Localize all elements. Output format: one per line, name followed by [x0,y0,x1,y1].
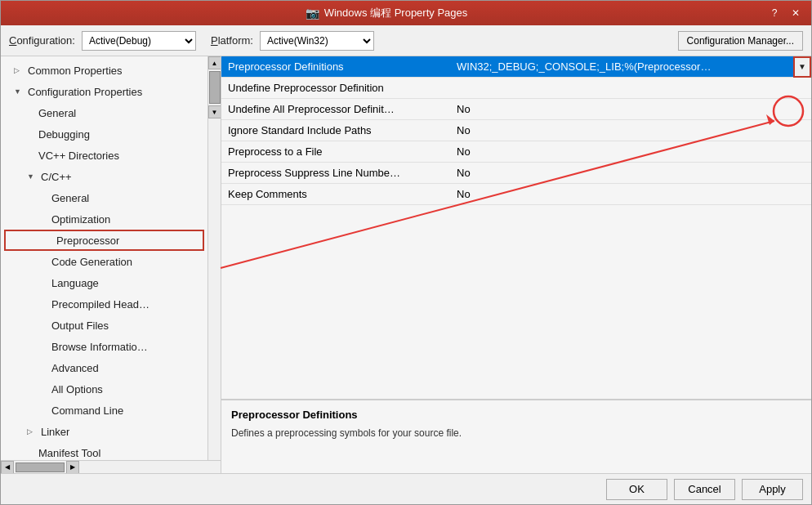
scroll-thumb[interactable] [209,71,221,104]
tree-label-debugging: Debugging [38,128,90,141]
prop-name: Preprocess to a File [221,145,450,158]
tree-item-cpp-general[interactable]: General [1,187,207,208]
config-manager-button[interactable]: Configuration Manager... [678,31,803,51]
info-description: Defines a preprocessing symbols for your… [231,426,801,440]
platform-label-underline: P [211,34,218,47]
tree-label-browse-info: Browse Informatio… [51,341,148,353]
tree-label-manifest-tool: Manifest Tool [38,447,100,459]
expand-icon-cpp[interactable]: ▼ [27,172,38,181]
help-button[interactable]: ? [765,4,783,22]
tree-label-all-options: All Options [51,383,103,396]
prop-value-text: No [450,188,811,200]
config-label-underline: C [9,34,16,47]
camera-icon: 📷 [306,7,319,20]
cancel-button[interactable]: Cancel [674,479,735,500]
right-panel: Preprocessor Definitions WIN32;_DEBUG;_C… [221,56,811,473]
tree-item-cmd-line[interactable]: Command Line [1,400,207,421]
tree-label-cpp: C/C++ [41,171,72,183]
tree-item-output-files[interactable]: Output Files [1,315,207,336]
prop-name: Undefine All Preprocessor Definit… [221,103,450,115]
scroll-up-btn[interactable]: ▲ [208,56,221,69]
prop-name: Ignore Standard Include Paths [221,124,450,136]
tree-item-config-props[interactable]: ▼Configuration Properties [1,81,207,102]
platform-select[interactable]: Active(Win32) [260,31,374,51]
properties-table: Preprocessor Definitions WIN32;_DEBUG;_C… [221,56,811,400]
configuration-select[interactable]: Active(Debug) [82,31,196,51]
tree-item-precompiled[interactable]: Precompiled Head… [1,293,207,315]
tree-label-output-files: Output Files [51,320,109,332]
tree-item-general[interactable]: General [1,102,207,123]
prop-value-text: No [450,103,811,115]
config-label: CConfiguration:onfiguration: [9,34,75,47]
tree-item-code-gen[interactable]: Code Generation [1,251,207,272]
title-bar-controls: ? ✕ [765,4,805,22]
tree-item-manifest-tool[interactable]: Manifest Tool [1,442,207,460]
prop-value-text: No [450,124,811,136]
tree-label-general: General [38,107,76,119]
tree-label-advanced: Advanced [51,362,99,374]
tree-label-optimization: Optimization [51,213,110,226]
tree-label-cmd-line: Command Line [51,404,123,417]
expand-icon-linker[interactable]: ▷ [27,427,38,436]
tree-item-browse-info[interactable]: Browse Informatio… [1,336,207,357]
tree-item-advanced[interactable]: Advanced [1,357,207,378]
close-button[interactable]: ✕ [787,4,805,22]
tree-label-vcpp-dirs: VC++ Directories [38,150,119,162]
tree-scrollbar[interactable]: ▲ ▼ [207,56,221,460]
tree-item-optimization[interactable]: Optimization [1,208,207,230]
expand-icon-common-props[interactable]: ▷ [14,66,25,74]
tree-panel: ▷Common Properties▼Configuration Propert… [1,56,221,473]
tree-label-code-gen: Code Generation [51,256,132,268]
prop-name: Preprocessor Definitions [221,60,450,73]
tree-item-cpp[interactable]: ▼C/C++ [1,166,207,187]
tree-label-precompiled: Precompiled Head… [51,298,149,311]
prop-name: Keep Comments [221,188,450,200]
prop-row-ignore-standard-include-paths[interactable]: Ignore Standard Include Paths No [221,120,811,141]
tree-label-common-props: Common Properties [28,65,123,77]
h-scroll-left[interactable]: ◀ [1,461,14,474]
tree-item-common-props[interactable]: ▷Common Properties [1,60,207,81]
prop-row-keep-comments[interactable]: Keep Comments No [221,184,811,205]
footer-row: OK Cancel Apply [1,473,811,504]
prop-value-text: No [450,145,811,158]
main-content: ▷Common Properties▼Configuration Propert… [1,56,811,473]
expand-icon-config-props[interactable]: ▼ [14,87,25,96]
tree-label-preprocessor: Preprocessor [56,235,119,247]
prop-value-area: WIN32;_DEBUG;_CONSOLE;_LIB;%(Preprocesso… [450,56,811,77]
tree-item-debugging[interactable]: Debugging [1,123,207,145]
toolbar-row: CConfiguration:onfiguration: Active(Debu… [1,25,811,56]
prop-name: Preprocess Suppress Line Numbe… [221,167,450,179]
prop-value-text: WIN32;_DEBUG;_CONSOLE;_LIB;%(Preprocesso… [450,60,793,73]
prop-row-undefine-preprocessor-definition[interactable]: Undefine Preprocessor Definition [221,78,811,99]
tree-scroll-area: ▷Common Properties▼Configuration Propert… [1,56,207,460]
title-bar: 📷 Windows 编程 Property Pages ? ✕ [1,1,811,25]
tree-item-language[interactable]: Language [1,272,207,293]
apply-button[interactable]: Apply [742,479,803,500]
tree-item-linker[interactable]: ▷Linker [1,421,207,442]
info-title: Preprocessor Definitions [231,409,801,421]
tree-h-scrollbar[interactable]: ◀ ▶ [1,460,221,473]
tree-item-vcpp-dirs[interactable]: VC++ Directories [1,145,207,166]
prop-value-text: No [450,167,811,179]
prop-dropdown-btn[interactable]: ▼ [793,56,811,78]
tree-label-linker: Linker [41,426,69,438]
prop-row-preprocess-to-a-file[interactable]: Preprocess to a File No [221,141,811,163]
tree-label-config-props: Configuration Properties [28,86,142,98]
h-scroll-thumb[interactable] [16,463,65,472]
tree-label-language: Language [51,277,99,289]
tree-item-all-options[interactable]: All Options [1,378,207,400]
tree-label-cpp-general: General [51,192,89,204]
scroll-down-btn[interactable]: ▼ [208,105,221,118]
prop-row-undefine-all-preprocessor-definit[interactable]: Undefine All Preprocessor Definit… No [221,99,811,120]
h-scroll-right[interactable]: ▶ [66,461,79,474]
prop-name: Undefine Preprocessor Definition [221,82,450,94]
platform-label: Platform: [211,34,253,47]
info-panel: Preprocessor Definitions Defines a prepr… [221,400,811,473]
window-title: Windows 编程 Property Pages [324,6,468,20]
prop-row-preprocess-suppress-line-numbe[interactable]: Preprocess Suppress Line Numbe… No [221,163,811,184]
ok-button[interactable]: OK [606,479,667,500]
prop-row-preprocessor-definitions[interactable]: Preprocessor Definitions WIN32;_DEBUG;_C… [221,56,811,78]
tree-item-preprocessor[interactable]: Preprocessor [4,230,204,251]
